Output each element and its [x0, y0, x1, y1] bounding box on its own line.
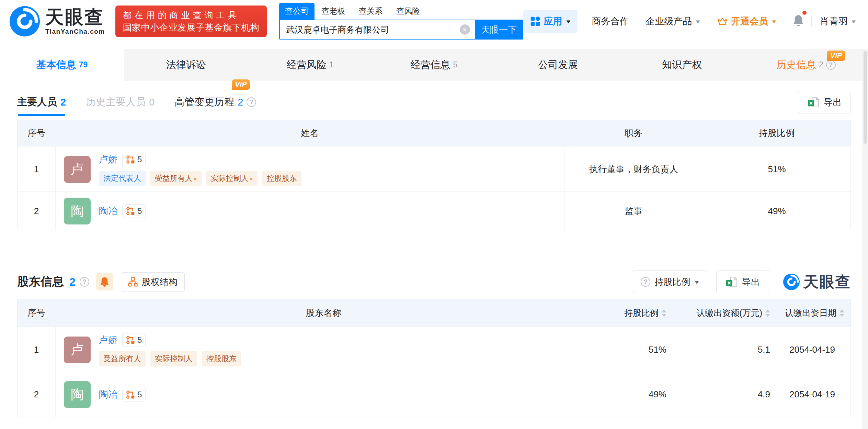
- relation-graph-badge[interactable]: 5: [122, 153, 146, 166]
- open-vip-button[interactable]: 开通会员 ▼: [709, 15, 785, 28]
- bell-icon: [100, 276, 109, 287]
- table-header-row: 序号 姓名 职务 持股比例: [18, 120, 850, 146]
- monitor-bell-button[interactable]: [96, 273, 113, 290]
- app-grid-icon: [530, 16, 540, 26]
- tag-actual-controller[interactable]: 实际控制人 ▸: [206, 171, 258, 186]
- sort-icon: [662, 309, 666, 317]
- col-subscribed-capital-sortable[interactable]: 认缴出资额(万元): [674, 299, 778, 327]
- tab-count: 79: [79, 60, 88, 69]
- clear-search-icon[interactable]: ✕: [460, 24, 470, 35]
- amount-cell: 5.1: [674, 327, 778, 373]
- person-link[interactable]: 陶冶: [99, 388, 117, 401]
- col-shareholder-name: 股东名称: [55, 299, 592, 327]
- shareholders-table: 序号 股东名称 持股比例 认缴出资额(万元) 认缴出资日期 1 卢 卢娇: [17, 299, 851, 417]
- user-menu[interactable]: 肖青羽 ▼: [812, 15, 859, 28]
- ratio-cell: 49%: [703, 191, 850, 231]
- date-cell: 2054-04-19: [778, 327, 850, 373]
- promo-line1: 都在用的商业查询工具: [123, 9, 260, 21]
- table-row: 1 卢 卢娇 5: [18, 146, 850, 191]
- position-cell: 监事: [564, 191, 703, 231]
- tab-count: 5: [453, 60, 458, 69]
- tag-beneficial-owner[interactable]: 受益所有人: [99, 351, 146, 366]
- graph-icon: [126, 155, 135, 164]
- search-button[interactable]: 天眼一下: [475, 20, 523, 40]
- company-search-input[interactable]: [286, 25, 459, 35]
- person-link[interactable]: 卢娇: [99, 153, 117, 166]
- search-tab-company[interactable]: 查公司: [279, 3, 315, 20]
- crown-icon: [717, 17, 728, 26]
- ratio-cell: 49%: [592, 372, 674, 417]
- tab-intellectual-property[interactable]: 知识产权: [620, 49, 744, 81]
- table-row: 2 陶 陶冶 5: [18, 372, 850, 417]
- person-link[interactable]: 陶冶: [99, 205, 117, 217]
- tag-controlling-shareholder[interactable]: 控股股东: [262, 171, 301, 186]
- table-header-row: 序号 股东名称 持股比例 认缴出资额(万元) 认缴出资日期: [18, 299, 850, 327]
- key-staff-table: 序号 姓名 职务 持股比例 1 卢 卢娇: [17, 120, 851, 230]
- scrollbar-thumb[interactable]: [864, 51, 867, 144]
- subtab-key-staff[interactable]: 主要人员 2: [17, 95, 66, 109]
- search-input-wrap: ✕: [279, 20, 475, 40]
- relation-graph-badge[interactable]: 5: [122, 204, 146, 218]
- tianyancha-logo[interactable]: 天眼查 TianYanCha.com: [9, 6, 105, 37]
- subtab-count: 2: [238, 97, 243, 108]
- excel-icon: [807, 96, 820, 108]
- section-count: 2: [69, 276, 76, 288]
- chevron-down-icon: ▼: [565, 19, 571, 24]
- col-index: 序号: [18, 299, 55, 327]
- help-icon: ?: [641, 277, 650, 287]
- page: 天眼查 TianYanCha.com 都在用的商业查询工具 国家中小企业发展子基…: [0, 0, 868, 429]
- position-cell: 执行董事，财务负责人: [564, 146, 703, 192]
- col-subscribed-date-sortable[interactable]: 认缴出资日期: [778, 299, 850, 327]
- graph-icon: [126, 336, 135, 344]
- search-tab-risk[interactable]: 查风险: [389, 3, 427, 20]
- tab-operation-risk[interactable]: 经营风险 1: [248, 49, 372, 81]
- col-ratio: 持股比例: [703, 120, 850, 146]
- arrow-right-icon: ▸: [194, 175, 197, 182]
- export-shareholders-button[interactable]: 导出: [716, 271, 769, 293]
- tag-controlling-shareholder[interactable]: 控股股东: [202, 351, 241, 366]
- apps-menu-button[interactable]: 应用 ▼: [523, 10, 578, 33]
- notifications-bell-button[interactable]: [785, 14, 811, 29]
- arrow-right-icon: ▸: [250, 175, 253, 182]
- tab-basic-info[interactable]: 基本信息 79: [0, 49, 124, 81]
- avatar: 陶: [64, 381, 91, 408]
- tab-legal-litigation[interactable]: 法律诉讼: [124, 49, 248, 81]
- subtab-history-staff[interactable]: 历史主要人员 0: [86, 95, 155, 109]
- col-ratio-sortable[interactable]: 持股比例: [592, 299, 674, 327]
- sort-icon: [840, 309, 844, 317]
- nav-cooperation[interactable]: 商务合作: [583, 15, 637, 28]
- date-cell: 2054-04-19: [778, 372, 850, 417]
- help-icon[interactable]: ?: [826, 60, 836, 70]
- subtab-executive-changes[interactable]: VIP 高管变更历程 2 ?: [174, 95, 256, 109]
- col-index: 序号: [18, 120, 55, 146]
- nav-enterprise-products[interactable]: 企业级产品 ▼: [637, 15, 709, 28]
- search-tab-boss[interactable]: 查老板: [315, 3, 352, 20]
- help-icon[interactable]: ?: [247, 97, 256, 107]
- search-tab-relation[interactable]: 查关系: [352, 3, 389, 20]
- graph-icon: [126, 207, 135, 216]
- tab-operation-info[interactable]: 经营信息 5: [372, 49, 496, 81]
- tag-legal-representative[interactable]: 法定代表人: [99, 171, 146, 186]
- tab-history-info[interactable]: VIP 历史信息 2 ?: [744, 49, 868, 81]
- tab-company-development[interactable]: 公司发展: [496, 49, 620, 81]
- bell-icon: [793, 14, 804, 27]
- graph-icon: [126, 390, 135, 399]
- vip-badge: VIP: [232, 79, 250, 90]
- chevron-down-icon: ▼: [771, 19, 777, 24]
- help-icon[interactable]: ?: [80, 277, 89, 287]
- row-index: 2: [18, 191, 55, 231]
- relation-graph-badge[interactable]: 5: [122, 333, 146, 347]
- search-area: 查公司 查老板 查关系 查风险 ✕ 天眼一下: [279, 3, 523, 40]
- sort-by-ratio-dropdown[interactable]: ? 持股比例 ▼: [633, 271, 707, 293]
- logo-subtitle: TianYanCha.com: [45, 28, 105, 35]
- amount-cell: 4.9: [674, 372, 778, 417]
- ratio-cell: 51%: [592, 327, 674, 373]
- excel-icon: [726, 276, 738, 288]
- equity-structure-button[interactable]: 股权结构: [121, 272, 185, 292]
- export-staff-button[interactable]: 导出: [798, 91, 851, 113]
- page-scrollbar[interactable]: [863, 49, 868, 429]
- person-link[interactable]: 卢娇: [99, 334, 117, 346]
- tag-beneficial-owner[interactable]: 受益所有人 ▸: [150, 171, 202, 186]
- tag-actual-controller[interactable]: 实际控制人: [150, 351, 197, 366]
- relation-graph-badge[interactable]: 5: [122, 388, 146, 402]
